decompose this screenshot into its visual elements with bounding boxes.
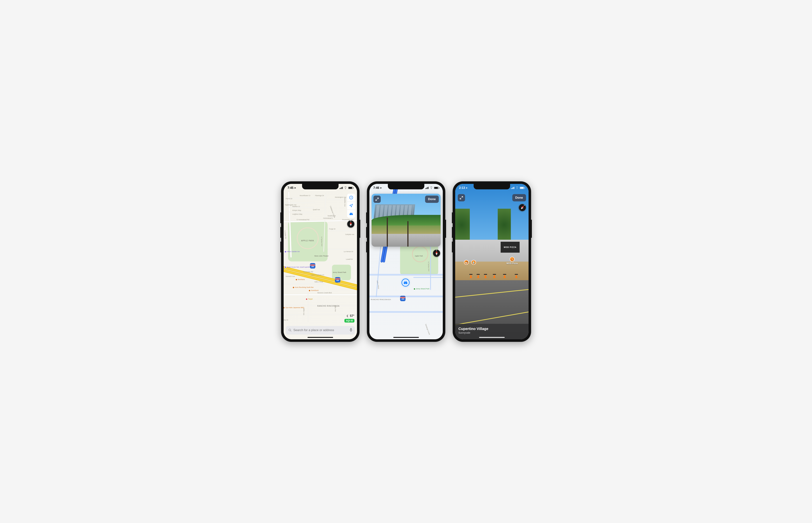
notch [302, 184, 339, 190]
cellular-icon [339, 187, 343, 189]
svg-rect-17 [405, 282, 406, 283]
label-miller: Miller Ave [303, 308, 305, 315]
svg-rect-10 [350, 328, 352, 330]
location-services-icon: ➤ [294, 187, 296, 189]
label-swallow: Swallow Dr [328, 215, 336, 217]
label-parrot: Parrot Dr [286, 198, 293, 200]
svg-rect-7 [351, 213, 352, 214]
home-indicator[interactable] [393, 337, 419, 338]
expand-button[interactable] [373, 196, 381, 203]
poi-hilton[interactable]: Hilton Garden Inn [284, 251, 300, 253]
svg-rect-5 [350, 213, 351, 214]
aqi-chip[interactable]: AQI 43 [345, 319, 354, 323]
label-flamingo: Flamingo Dr [315, 195, 324, 197]
shrink-icon [460, 196, 463, 200]
hwy-shield-280: INTERSTATE280 [400, 296, 406, 301]
poi-somisomi[interactable]: SomiSomi [308, 289, 318, 292]
label-rancho: RANCHO RINCONADA [371, 299, 391, 301]
label-apple-park: APPLE PARK [301, 240, 314, 242]
label-homestead: E Homestead Rd [297, 219, 310, 220]
label-vallco: Vallco Pkwy [314, 281, 323, 283]
label-forge: Forge Dr [329, 228, 336, 230]
shrink-button[interactable] [458, 194, 465, 201]
phone-2-screen: Apple Park Jenny Strand Park RANCHO RINC… [369, 184, 443, 339]
label-marken: Marken Ct [293, 205, 300, 208]
location-button[interactable] [347, 202, 355, 210]
expand-icon [375, 197, 379, 201]
phone-3-screen: MOD PIZZA 🍕 MOD Pizza 🍜 🍵 Done N [455, 184, 529, 339]
phone-1-screen: APPLE PARK Steve Jobs Theater Jenny Stra… [284, 184, 357, 339]
compass-button[interactable]: N [433, 250, 440, 257]
ar-pin-secondary-a[interactable]: 🍜 [464, 260, 469, 265]
location-title: Cupertino Village [458, 327, 525, 331]
look-around-marker[interactable] [402, 278, 409, 287]
poi-gyukaku[interactable]: Gyu-Kaku Japanese BBQ [284, 307, 304, 309]
search-input[interactable] [294, 328, 348, 332]
label-norwich: Norwich Ave [286, 275, 295, 277]
label-carlysle: Carlysle Ave [345, 234, 354, 235]
map-controls-stack [347, 194, 355, 218]
phone-2-frame: Apple Park Jenny Strand Park RANCHO RINC… [367, 181, 445, 342]
ar-pin-secondary-b[interactable]: 🍵 [471, 260, 476, 265]
poi-target[interactable]: Target [305, 298, 313, 300]
cellular-icon [511, 187, 514, 189]
status-time: 7:45 [288, 186, 294, 190]
done-button[interactable]: Done [425, 196, 439, 203]
food-icon: 🍵 [471, 260, 476, 265]
battery-icon [434, 187, 439, 189]
ar-pin-label: MOD Pizza [507, 262, 517, 265]
weather-chip[interactable]: ☾ 57° [347, 314, 354, 318]
look-around-preview[interactable]: Done [372, 194, 441, 247]
wifi-icon [344, 187, 347, 189]
weather-temp: 57° [350, 314, 354, 318]
poi-kura[interactable]: Kura Revolving Sushi Bar [293, 286, 314, 289]
svg-point-14 [406, 282, 407, 284]
poi-benihana[interactable]: Benihana [295, 278, 305, 281]
cellular-icon [425, 187, 428, 189]
look-around-fullscreen[interactable]: MOD PIZZA 🍕 MOD Pizza 🍜 🍵 [455, 184, 529, 339]
vallco-pkwy [284, 283, 324, 284]
home-indicator[interactable] [307, 337, 333, 338]
svg-line-9 [290, 330, 291, 331]
svg-rect-15 [404, 281, 405, 283]
label-tantau: N Tantau Ave [321, 237, 323, 247]
hwy-shield-280-b: INTERSTATE280 [335, 277, 340, 283]
done-button[interactable]: Done [512, 194, 526, 201]
location-subtitle: Sunnyvale [458, 331, 525, 334]
binoculars-button[interactable] [347, 210, 355, 218]
label-steve-jobs-theater: Steve Jobs Theater [314, 255, 329, 257]
label-moonflower: Moonflower Ct [300, 195, 310, 197]
info-button[interactable] [347, 194, 355, 202]
battery-icon [520, 187, 525, 189]
info-icon [349, 196, 353, 200]
label-jenny-strand[interactable]: Jenny Strand Park [413, 288, 429, 290]
location-arrow-icon [349, 203, 353, 208]
ar-pin-mod-pizza[interactable]: 🍕 MOD Pizza [507, 257, 517, 265]
svg-point-3 [349, 213, 351, 215]
search-icon [288, 328, 292, 332]
search-field[interactable] [286, 326, 355, 335]
label-quail: Quail Ave [313, 209, 320, 211]
poi-hyatt[interactable]: Hyatt House San Jose/Cupertino [284, 266, 311, 268]
label-stevens-creek: Stevens Creek Blvd [317, 292, 332, 294]
label-apple-park: Apple Park [415, 255, 423, 257]
storefront-sign: MOD PIZZA [501, 242, 520, 253]
binoculars-icon [349, 212, 353, 216]
stevens-creek-blvd [284, 294, 357, 295]
status-time: 2:13 [459, 186, 465, 190]
label-perimeter: Perimeter Rd [303, 271, 313, 273]
location-services-icon: ➤ [380, 187, 382, 189]
home-indicator[interactable] [479, 337, 505, 338]
label-laherran: La Herran Dr [344, 251, 353, 252]
notch [474, 184, 510, 190]
apple-park-ring [297, 227, 319, 249]
pizza-icon: 🍕 [510, 257, 514, 262]
label-saratoga: Saratoga Creek [425, 324, 430, 335]
mic-icon[interactable] [350, 328, 352, 332]
compass-button[interactable]: N [347, 220, 354, 228]
label-wolfe: N Wolfe Rd [284, 230, 287, 239]
compass-icon: N [433, 250, 440, 257]
compass-button[interactable]: N [519, 204, 526, 211]
svg-rect-16 [406, 281, 407, 283]
phone-3-frame: MOD PIZZA 🍕 MOD Pizza 🍜 🍵 Done N [453, 181, 531, 342]
